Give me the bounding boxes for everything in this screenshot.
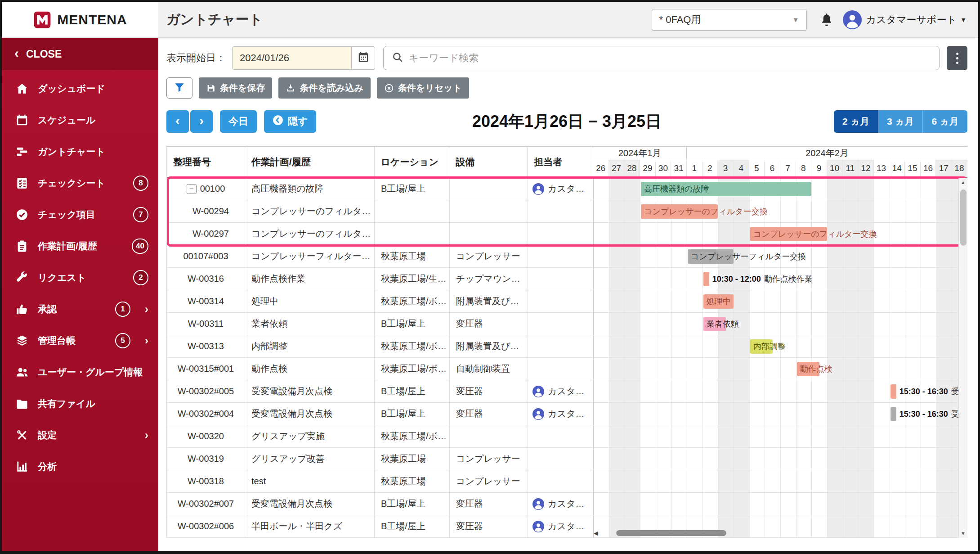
sidebar-item-work-plans[interactable]: 作業計画/履歴40 bbox=[2, 230, 158, 262]
gantt-vertical-scrollbar[interactable]: ▲ ▼ bbox=[958, 178, 967, 538]
load-conditions-button[interactable]: 条件を読み込み bbox=[278, 77, 370, 99]
table-row[interactable]: W-00297コンプレッサーのフィルタ… bbox=[167, 223, 594, 245]
row-assignee-cell bbox=[528, 470, 594, 492]
sidebar-item-user-groups[interactable]: ユーザー・グループ情報 bbox=[2, 356, 158, 388]
table-row[interactable]: 00107#003コンプレッサーフィルター…秋葉原工場コンプレッサー bbox=[167, 245, 594, 268]
row-assignee-cell bbox=[528, 268, 594, 290]
sidebar-item-checksheet[interactable]: チェックシート8 bbox=[2, 167, 158, 199]
chevron-down-icon: ▼ bbox=[792, 16, 799, 23]
range-option-3months[interactable]: 3 ヵ月 bbox=[878, 110, 923, 133]
sidebar-item-approvals[interactable]: 承認1› bbox=[2, 293, 158, 325]
prev-period-button[interactable]: ‹ bbox=[166, 110, 189, 133]
save-floppy-icon bbox=[206, 83, 216, 93]
table-row[interactable]: W-00320グリスアップ実施秋葉原工場/ボ… bbox=[167, 425, 594, 448]
row-location-cell: B工場/屋上 bbox=[375, 178, 450, 200]
scroll-left-arrow-icon[interactable]: ◀ bbox=[594, 530, 603, 536]
calendar-picker-button[interactable] bbox=[352, 46, 375, 70]
sidebar-item-dashboard[interactable]: ダッシュボード bbox=[2, 73, 158, 104]
table-body: −00100高圧機器類の故障B工場/屋上カスタ…W-00294コンプレッサーのフ… bbox=[167, 178, 967, 538]
notifications-bell-icon[interactable] bbox=[819, 12, 834, 27]
next-period-button[interactable]: › bbox=[190, 110, 213, 133]
user-menu-caret-icon[interactable]: ▼ bbox=[960, 16, 967, 23]
table-row[interactable]: W-00302#005受変電設備月次点検B工場/屋上変圧器カスタ… bbox=[167, 380, 594, 403]
gantt-time-item[interactable]: 10:30 - 12:00動作点検作業 bbox=[703, 272, 813, 286]
table-row[interactable]: −00100高圧機器類の故障B工場/屋上カスタ… bbox=[167, 178, 594, 200]
scroll-down-arrow-icon[interactable]: ▼ bbox=[961, 529, 966, 538]
workspace-select[interactable]: * 0FAQ用 ▼ bbox=[652, 9, 807, 31]
gantt-bar[interactable]: コンプレッサーフィルター交換 bbox=[688, 249, 734, 264]
row-assignee-cell bbox=[528, 358, 594, 380]
user-avatar[interactable] bbox=[843, 10, 862, 29]
gantt-row: コンプレッサーのフィルター交換 bbox=[594, 200, 967, 223]
save-conditions-button[interactable]: 条件を保存 bbox=[199, 77, 272, 99]
sidebar-item-settings[interactable]: 設定› bbox=[2, 419, 158, 451]
sidebar-item-gantt-chart[interactable]: ガントチャート bbox=[2, 136, 158, 167]
table-row[interactable]: W-00294コンプレッサーのフィルタ… bbox=[167, 200, 594, 223]
gantt-day-label: 17 bbox=[936, 160, 952, 177]
sidebar-item-shared-files[interactable]: 共有ファイル bbox=[2, 388, 158, 419]
table-row[interactable]: W-00311業者依頼B工場/屋上変圧器 bbox=[167, 313, 594, 335]
table-row[interactable]: W-00315#001動作点検秋葉原工場/ボ…自動制御装置 bbox=[167, 358, 594, 380]
sidebar-item-check-items[interactable]: チェック項目7 bbox=[2, 199, 158, 230]
hide-panel-button[interactable]: 隠す bbox=[264, 110, 316, 133]
table-row[interactable]: W-00314処理中秋葉原工場/ボ…附属装置及び… bbox=[167, 290, 594, 313]
gantt-day-label: 11 bbox=[842, 160, 858, 177]
today-button[interactable]: 今日 bbox=[220, 110, 257, 133]
start-date-input[interactable] bbox=[232, 46, 352, 70]
gantt-bar[interactable]: 内部調整 bbox=[750, 339, 773, 354]
table-row[interactable]: W-00302#006半田ボール・半田クズB工場/屋上変圧器カスタ… bbox=[167, 515, 594, 538]
table-row[interactable]: W-00302#004受変電設備月次点検B工場/屋上変圧器カスタ… bbox=[167, 403, 594, 425]
chevron-right-icon: › bbox=[145, 303, 148, 315]
row-id: W-00315#001 bbox=[178, 364, 234, 374]
gantt-row: コンプレッサーのフィルター交換 bbox=[594, 223, 967, 245]
user-name: カスタマーサポート bbox=[866, 13, 957, 27]
table-row[interactable]: W-00316動作点検作業秋葉原工場/生…チップマウン… bbox=[167, 268, 594, 290]
search-input[interactable] bbox=[409, 52, 931, 64]
reset-conditions-button[interactable]: 条件をリセット bbox=[377, 77, 469, 99]
gantt-time-item[interactable]: 15:30 - 16:30受変電設備月次点検 bbox=[891, 384, 967, 399]
range-option-2months[interactable]: 2 ヵ月 bbox=[834, 110, 878, 133]
collapse-toggle[interactable]: − bbox=[187, 184, 197, 194]
table-row[interactable]: W-00313内部調整秋葉原工場/ボ…附属装置及び… bbox=[167, 335, 594, 358]
gantt-horizontal-scrollbar[interactable]: ◀ bbox=[594, 528, 959, 538]
table-row[interactable]: W-00302#007受変電設備月次点検B工場/屋上変圧器カスタ… bbox=[167, 493, 594, 515]
gantt-bar[interactable]: 業者依頼 bbox=[703, 317, 726, 331]
table-row[interactable]: W-00319グリスアップ改善秋葉原工場コンプレッサー bbox=[167, 448, 594, 470]
gantt-day-label: 31 bbox=[671, 160, 687, 177]
sidebar-item-ledger[interactable]: 管理台帳5› bbox=[2, 325, 158, 356]
sidebar-item-requests[interactable]: リクエスト2 bbox=[2, 262, 158, 293]
home-icon bbox=[15, 82, 29, 95]
gantt-bar-label: 動作点検 bbox=[800, 364, 832, 374]
more-options-button[interactable] bbox=[947, 46, 967, 70]
keyword-search-box[interactable] bbox=[383, 46, 940, 70]
table-row[interactable]: W-00318test秋葉原工場コンプレッサー bbox=[167, 470, 594, 493]
row-equipment-cell: 変圧器 bbox=[450, 493, 528, 515]
row-id: W-00302#007 bbox=[178, 499, 234, 509]
gantt-bar[interactable]: 高圧機器類の故障 bbox=[641, 182, 811, 196]
sidebar-collapse-button[interactable]: ‹ CLOSE bbox=[2, 38, 158, 70]
scroll-up-arrow-icon[interactable]: ▲ bbox=[961, 178, 966, 187]
row-id-cell: W-00297 bbox=[167, 223, 245, 245]
download-icon bbox=[286, 83, 295, 93]
sidebar-item-analysis[interactable]: 分析 bbox=[2, 451, 158, 482]
sidebar-item-schedule[interactable]: スケジュール bbox=[2, 104, 158, 136]
filter-button[interactable] bbox=[166, 77, 192, 99]
filter-funnel-icon bbox=[174, 81, 185, 95]
start-date-label: 表示開始日： bbox=[166, 51, 226, 65]
row-plan-cell: コンプレッサーフィルター… bbox=[245, 245, 375, 267]
gantt-bar[interactable]: 動作点検 bbox=[797, 362, 819, 376]
gantt-time-item[interactable]: 15:30 - 16:30受変電設備月次点検 bbox=[891, 407, 967, 421]
gantt-day-label: 29 bbox=[640, 160, 656, 177]
row-id: 00100 bbox=[200, 184, 225, 194]
column-header-location: ロケーション bbox=[375, 147, 450, 177]
vertical-scrollbar-thumb[interactable] bbox=[960, 189, 967, 246]
gantt-bar[interactable]: コンプレッサーのフィルター交換 bbox=[641, 204, 718, 219]
gantt-bar[interactable]: 処理中 bbox=[703, 294, 734, 309]
row-equipment-cell bbox=[450, 223, 528, 245]
app-logo[interactable]: MENTENA bbox=[2, 2, 158, 38]
range-option-6months[interactable]: 6 ヵ月 bbox=[923, 110, 967, 133]
gantt-bar[interactable]: コンプレッサーのフィルター交換 bbox=[750, 227, 827, 241]
row-plan-cell: 動作点検作業 bbox=[245, 268, 375, 290]
horizontal-scrollbar-thumb[interactable] bbox=[616, 530, 726, 536]
row-location-cell: 秋葉原工場 bbox=[375, 470, 450, 492]
